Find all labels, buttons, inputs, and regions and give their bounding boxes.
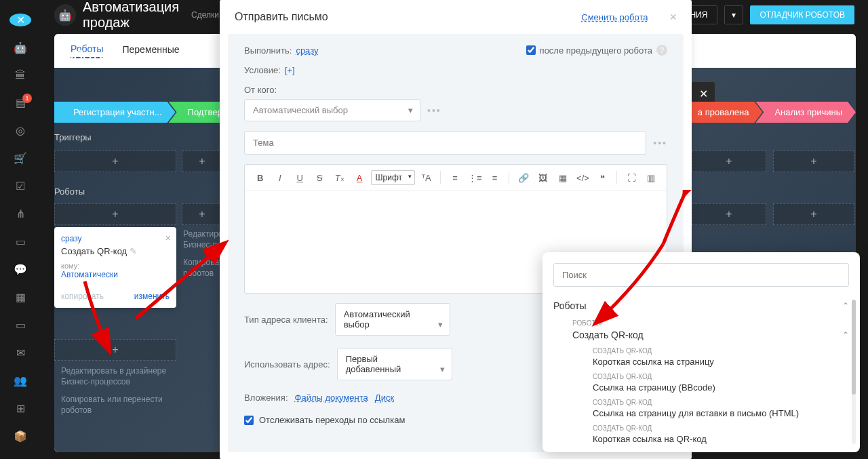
italic-icon[interactable]: I	[271, 169, 288, 186]
panel-group-robots[interactable]: Роботы⌃	[553, 298, 849, 314]
chat-icon[interactable]: 💬	[13, 263, 28, 276]
panel-search-input[interactable]	[553, 263, 849, 287]
panel-item-category: СОЗДАТЬ QR-КОД	[553, 399, 849, 406]
add-trigger-button[interactable]: +	[54, 151, 176, 172]
card-title: Создать QR-код ✎	[61, 246, 170, 256]
cart-icon[interactable]: 🛒	[13, 152, 28, 165]
robot-icon[interactable]: 🤖	[13, 41, 28, 54]
font-select[interactable]: Шрифт	[371, 170, 415, 185]
attach-disk-link[interactable]: Диск	[375, 393, 394, 403]
track-links-label: Отслеживать переходы по ссылкам	[259, 415, 405, 425]
bg-text: Бизнес-процессов	[61, 377, 130, 386]
attach-doc-link[interactable]: Файлы документа	[295, 393, 368, 403]
exec-value-link[interactable]: сразу	[296, 45, 318, 56]
panel-item-category: СОЗДАТЬ QR-КОД	[553, 347, 849, 355]
left-rail: ✕ 🤖 🏛 ▤1 ◎ 🛒 ☑ ⋔ ▭ 💬 ▦ ▭ ✉ 👥 ⊞ 📦 C ⋯	[0, 0, 41, 459]
from-more-icon[interactable]: •••	[427, 105, 441, 116]
track-links-checkbox[interactable]	[244, 416, 254, 425]
target-icon[interactable]: ◎	[13, 124, 28, 137]
top-tab-deals[interactable]: Сделки	[191, 10, 219, 20]
add-condition-link[interactable]: [+]	[285, 65, 295, 75]
add-trigger-button-2[interactable]: +	[182, 151, 222, 172]
add-trigger-button-4[interactable]: +	[773, 151, 854, 172]
share-icon[interactable]: ⋔	[13, 207, 28, 220]
card-to-label: кому:	[61, 262, 170, 270]
quote-icon[interactable]: ❝	[594, 169, 611, 186]
add-robot-button-2[interactable]: +	[182, 203, 222, 225]
add-robot-below-button[interactable]: +	[54, 339, 176, 361]
robots-label: Роботы	[54, 186, 85, 197]
use-addr-select[interactable]: Первый добавленный	[337, 348, 452, 380]
chevron-up-icon: ⌃	[842, 330, 849, 340]
people-icon[interactable]: 👥	[13, 374, 28, 387]
section-title: Роботы и триггеры	[54, 47, 196, 66]
panel-item-short-page[interactable]: Короткая ссылка на страницу	[553, 355, 849, 369]
panel-item-category: СОЗДАТЬ QR-КОД	[553, 373, 849, 380]
panel-item-bbcode[interactable]: Ссылка на страницу (BBcode)	[553, 380, 849, 395]
fullscreen-icon[interactable]: ⛶	[623, 169, 639, 186]
robot-avatar-icon: 🤖	[54, 4, 76, 26]
card-close-icon[interactable]: ×	[165, 233, 171, 243]
bg-text: Редактиро	[183, 229, 223, 239]
template-icon[interactable]: ▥	[643, 169, 660, 186]
after-prev-checkbox[interactable]	[526, 45, 536, 55]
subject-input[interactable]	[244, 131, 646, 155]
filter-icon[interactable]: ▤1	[13, 96, 28, 109]
condition-label: Условие:	[244, 65, 281, 75]
check-icon[interactable]: ☑	[13, 180, 28, 193]
debug-robots-button[interactable]: ОТЛАДЧИК РОБОТОВ	[750, 5, 854, 24]
bg-text: Бизнес-пр	[183, 240, 222, 250]
addr-type-label: Тип адреса клиента:	[244, 315, 328, 325]
strike-icon[interactable]: S	[311, 169, 328, 186]
modal-close-icon[interactable]: ×	[669, 10, 677, 24]
from-select[interactable]: Автоматический выбор	[244, 99, 420, 121]
after-prev-label: после предыдущего робота	[540, 45, 652, 56]
link-icon[interactable]: 🔗	[515, 169, 532, 186]
card-to-value: Автоматически	[61, 270, 170, 279]
robot-card: × сразу Создать QR-код ✎ кому: Автоматич…	[54, 227, 176, 308]
building-icon[interactable]: 🏛	[13, 69, 28, 81]
extensions-dropdown[interactable]: ▾	[724, 5, 743, 24]
stage-analysis[interactable]: Анализ причины	[755, 102, 856, 123]
add-robot-button-3[interactable]: +	[692, 203, 766, 225]
text-color-icon[interactable]: A	[351, 169, 368, 186]
image-icon[interactable]: 🖼	[534, 169, 551, 186]
editor-toolbar: B I U S Tₓ A Шрифт ᵀA ≡ ⋮≡ ≡ 🔗 🖼 ▦ </> ❝…	[245, 165, 667, 191]
panel-scrollbar-thumb[interactable]	[852, 300, 856, 395]
align-icon[interactable]: ≡	[486, 169, 503, 186]
chevron-up-icon: ⌃	[842, 301, 849, 311]
modal-header: Отправить письмо Сменить робота ×	[220, 0, 692, 34]
page-icon[interactable]: ▭	[13, 319, 28, 332]
page-title: Автоматизация продаж	[83, 0, 184, 31]
underline-icon[interactable]: U	[292, 169, 309, 186]
panel-item-short-qr[interactable]: Короткая ссылка на QR-код	[553, 432, 849, 446]
add-trigger-button-3[interactable]: +	[692, 151, 766, 172]
card-copy-link[interactable]: копировать	[61, 292, 104, 301]
add-robot-button[interactable]: +	[54, 203, 176, 225]
bold-icon[interactable]: B	[252, 169, 269, 186]
close-panel-button[interactable]: ✕	[9, 14, 31, 26]
panel-item-html[interactable]: Ссылка на страницу для вставки в письмо …	[553, 406, 849, 420]
panel-sub-qr[interactable]: Создать QR-код⌃	[553, 327, 849, 343]
use-addr-label: Использовать адрес:	[244, 359, 330, 370]
change-robot-link[interactable]: Сменить робота	[581, 12, 648, 22]
box-icon[interactable]: 📦	[13, 430, 28, 443]
ul-icon[interactable]: ⋮≡	[467, 169, 484, 186]
addr-type-select[interactable]: Автоматический выбор	[335, 303, 450, 336]
card-edit-link[interactable]: изменить	[134, 292, 170, 301]
bg-text: Копироват	[183, 258, 222, 267]
mail-icon[interactable]: ✉	[13, 346, 28, 359]
doc-icon[interactable]: ▭	[13, 235, 28, 248]
ol-icon[interactable]: ≡	[446, 169, 463, 186]
clear-format-icon[interactable]: Tₓ	[331, 169, 348, 186]
font-size-icon[interactable]: ᵀA	[418, 169, 435, 186]
subject-more-icon[interactable]: •••	[653, 138, 667, 148]
modal-title: Отправить письмо	[235, 11, 328, 23]
calendar-icon[interactable]: ▦	[13, 291, 28, 304]
add-robot-button-4[interactable]: +	[773, 203, 854, 225]
stage-registration[interactable]: Регистрация участн...	[54, 102, 176, 123]
table-icon[interactable]: ▦	[555, 169, 572, 186]
grid-icon[interactable]: ⊞	[13, 402, 28, 415]
code-icon[interactable]: </>	[574, 169, 591, 186]
help-icon[interactable]: ?	[656, 45, 667, 56]
